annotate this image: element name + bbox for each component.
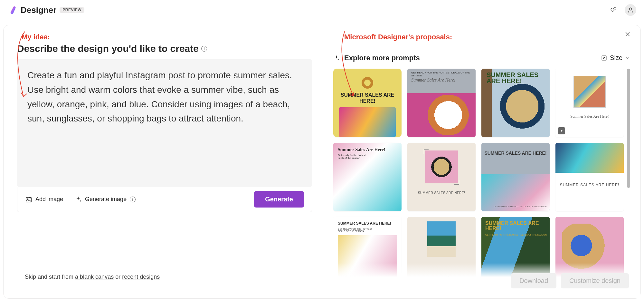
svg-point-2 <box>630 8 632 10</box>
donut-icon <box>362 77 373 89</box>
add-image-label: Add image <box>35 196 63 203</box>
card-image <box>574 76 605 107</box>
skip-row: Skip and start from a blank canvas or re… <box>25 274 160 280</box>
card-text: GET READY FOR THE HOTTEST DEALS OF THE S… <box>407 69 476 93</box>
recent-designs-link[interactable]: recent designs <box>122 274 160 280</box>
heading-row: Describe the design you'd like to create… <box>17 43 312 54</box>
card-image <box>425 150 458 183</box>
generate-button[interactable]: Generate <box>254 191 304 208</box>
card-title: SUMMER SALES ARE HERE! <box>555 182 624 188</box>
card-title: SUMMER SALES ARE HERE! <box>338 221 397 226</box>
preview-badge: PREVIEW <box>60 7 84 13</box>
chevron-down-icon <box>625 56 630 60</box>
right-pane: Microsoft Designer's proposals: Explore … <box>326 25 640 298</box>
generate-image-label: Generate image <box>85 196 127 203</box>
card-thumb <box>425 150 458 183</box>
card-thumb <box>573 76 605 108</box>
explore-label: Explore more prompts <box>344 54 420 62</box>
prompt-toolbar: Add image Generate image i Generate <box>17 187 312 212</box>
card-image <box>427 221 456 257</box>
size-dropdown[interactable]: Size <box>599 53 631 63</box>
card-image <box>339 107 396 137</box>
skip-middle: or <box>114 274 122 280</box>
size-label: Size <box>610 54 622 62</box>
card-title: SUMMER SALES ARE HERE! <box>481 150 550 156</box>
svg-rect-3 <box>26 197 32 202</box>
card-text: Summer Sales Are Here! Get ready for the… <box>338 147 389 160</box>
info-icon[interactable]: i <box>130 197 136 202</box>
card-subtitle: Get ready for the hottest deals of the s… <box>338 154 368 160</box>
explore-prompts-button[interactable]: Explore more prompts <box>333 54 420 62</box>
sparkle-icon <box>75 196 82 203</box>
card-subtitle: GET READY FOR THE HOTTEST DEALS OF THE S… <box>411 71 472 77</box>
design-card[interactable]: SUMMER SALES ARE HERE! GET READY FOR THE… <box>481 143 550 211</box>
brand-name: Designer <box>21 5 56 15</box>
card-title: Summer Sales Are Here! <box>570 114 609 119</box>
card-subtitle: GET READY FOR THE HOTTEST DEALS OF THE S… <box>494 206 546 208</box>
top-actions <box>608 4 636 16</box>
customize-design-button[interactable]: Customize design <box>561 273 629 288</box>
left-pane: My idea: Describe the design you'd like … <box>4 25 326 298</box>
design-card[interactable]: Summer Sales Are Here! <box>555 69 624 137</box>
prompt-textarea[interactable]: Create a fun and playful Instagram post … <box>17 59 312 187</box>
top-bar: Designer PREVIEW <box>0 0 644 20</box>
design-card[interactable]: SUMMER SALES ARE HERE! <box>333 69 402 137</box>
card-subtitle: GET READY FOR THE HOTTEST DEALS OF THE S… <box>485 234 550 236</box>
scrollbar[interactable] <box>627 69 630 188</box>
design-gallery: SUMMER SALES ARE HERE! GET READY FOR THE… <box>333 69 631 285</box>
design-card[interactable]: Summer Sales Are Here! Get ready for the… <box>333 143 402 211</box>
account-avatar[interactable] <box>625 4 636 16</box>
generate-image-button[interactable]: Generate image i <box>75 196 136 203</box>
bottom-action-bar: Download Customize design <box>326 263 640 298</box>
toolbar-left: Add image Generate image i <box>25 196 136 203</box>
resize-icon <box>601 55 607 61</box>
card-title: Summer Sales Are Here! <box>338 147 389 152</box>
design-card[interactable]: SUMMER SALES ARE HERE! <box>407 143 476 211</box>
sparkle-icon <box>333 55 340 61</box>
skip-prefix: Skip and start from <box>25 274 75 280</box>
annotation-proposals: Microsoft Designer's proposals: <box>344 33 631 41</box>
blank-canvas-link[interactable]: a blank canvas <box>75 274 114 280</box>
card-subtitle: GET READY FOR THE HOTTEST DEALS OF THE S… <box>338 228 379 233</box>
main-card: My idea: Describe the design you'd like … <box>3 25 641 299</box>
explore-row: Explore more prompts Size <box>333 53 631 63</box>
brand: Designer PREVIEW <box>8 5 84 15</box>
design-card[interactable]: SUMMER SALES ARE HERE! <box>481 69 550 137</box>
annotation-my-idea: My idea: <box>22 33 312 41</box>
info-icon[interactable]: i <box>201 46 207 52</box>
card-image <box>407 93 476 137</box>
feedback-icon[interactable] <box>608 4 620 16</box>
add-image-icon <box>25 196 32 203</box>
describe-heading: Describe the design you'd like to create <box>17 43 199 54</box>
design-card[interactable]: SUMMER SALES ARE HERE! <box>555 143 624 211</box>
card-title: Summer Sales Are Here! <box>411 78 472 83</box>
card-title: SUMMER SALES ARE HERE! <box>487 72 550 84</box>
card-text: SUMMER SALES ARE HERE! GET READY FOR THE… <box>485 221 550 236</box>
card-title: SUMMER SALES ARE HERE! <box>485 221 550 231</box>
add-image-button[interactable]: Add image <box>25 196 63 203</box>
card-title: SUMMER SALES ARE HERE! <box>418 191 465 195</box>
video-badge-icon <box>558 127 565 134</box>
card-title: SUMMER SALES ARE HERE! <box>339 92 396 104</box>
card-image <box>555 143 624 173</box>
download-button[interactable]: Download <box>511 273 556 288</box>
design-card[interactable]: GET READY FOR THE HOTTEST DEALS OF THE S… <box>407 69 476 137</box>
designer-logo-icon <box>8 5 17 15</box>
